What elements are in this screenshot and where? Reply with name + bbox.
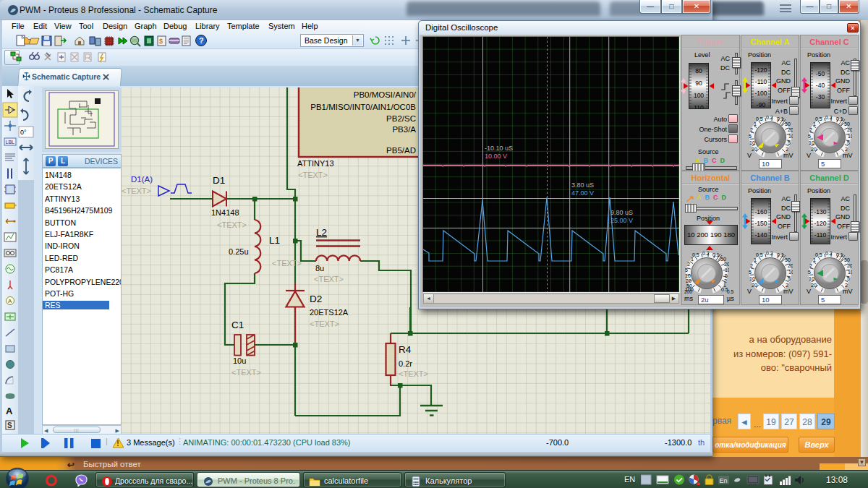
svg-text:2: 2 <box>786 283 788 288</box>
svg-text:20: 20 <box>811 283 817 288</box>
svg-text:10u: 10u <box>233 356 246 365</box>
svg-text:0.2: 0.2 <box>702 251 710 256</box>
svg-text:50: 50 <box>844 121 850 127</box>
svg-text:$: $ <box>159 38 163 45</box>
svg-text:<TEXT>: <TEXT> <box>122 187 151 195</box>
svg-text:5: 5 <box>808 134 811 139</box>
svg-text:D1(A): D1(A) <box>131 175 153 184</box>
svg-text:PB3/A: PB3/A <box>392 125 416 134</box>
svg-text:C1: C1 <box>231 320 244 330</box>
svg-text:PB2/SC: PB2/SC <box>386 114 416 123</box>
svg-text:<TEXT>: <TEXT> <box>217 221 247 229</box>
svg-text:20: 20 <box>847 127 852 132</box>
svg-text:10: 10 <box>809 276 814 281</box>
svg-text:50: 50 <box>785 257 791 262</box>
svg-text:<TEXT>: <TEXT> <box>298 171 328 179</box>
svg-text:1: 1 <box>754 121 757 127</box>
svg-text:0.5: 0.5 <box>815 252 822 257</box>
svg-text:A: A <box>8 298 12 304</box>
svg-text:PB1/MISO/INT0/AIN1/OC0B: PB1/MISO/INT0/AIN1/OC0B <box>310 103 416 111</box>
svg-text:10: 10 <box>788 270 793 275</box>
svg-text:10: 10 <box>749 276 755 281</box>
svg-text:10: 10 <box>809 140 814 145</box>
svg-text:PB0/MOSI/AIN0/: PB0/MOSI/AIN0/ <box>354 90 417 99</box>
svg-text:0°: 0° <box>20 129 27 136</box>
svg-text:LBL: LBL <box>6 140 15 145</box>
svg-text:20: 20 <box>686 278 692 283</box>
svg-text:2: 2 <box>809 263 812 268</box>
svg-text:20: 20 <box>788 127 793 132</box>
svg-text:ATTINY13: ATTINY13 <box>297 159 334 168</box>
svg-text:9.80 uS: 9.80 uS <box>610 209 633 216</box>
svg-text:1N4148: 1N4148 <box>211 208 239 217</box>
svg-text:0.2: 0.2 <box>766 115 773 120</box>
svg-text:-10.10 uS: -10.10 uS <box>485 145 513 152</box>
svg-text:0.1: 0.1 <box>836 116 843 121</box>
svg-text:10: 10 <box>848 134 852 139</box>
svg-text:En: En <box>720 477 728 484</box>
svg-text:0.2: 0.2 <box>825 115 833 120</box>
svg-text:20: 20 <box>811 147 817 152</box>
svg-text:10: 10 <box>725 267 729 273</box>
svg-text:<TEXT>: <TEXT> <box>310 320 339 328</box>
svg-text:0.2r: 0.2r <box>399 359 412 368</box>
svg-text:?: ? <box>199 36 204 45</box>
svg-text:2: 2 <box>845 283 848 288</box>
svg-text:D2: D2 <box>310 294 322 304</box>
svg-text:10: 10 <box>749 140 755 145</box>
svg-text:5: 5 <box>749 270 752 275</box>
svg-text:0.1: 0.1 <box>777 116 784 121</box>
svg-text:10: 10 <box>848 270 852 275</box>
svg-text:0.1: 0.1 <box>712 252 720 257</box>
svg-text:<TEXT>: <TEXT> <box>231 368 261 377</box>
svg-text:20: 20 <box>752 147 757 152</box>
svg-text:R4: R4 <box>399 344 412 355</box>
svg-text:2: 2 <box>786 147 788 152</box>
svg-text:0.5: 0.5 <box>756 252 763 257</box>
svg-text:50: 50 <box>844 257 850 262</box>
svg-text:10.00 V: 10.00 V <box>485 153 507 160</box>
svg-text:S: S <box>7 421 12 429</box>
svg-text:5: 5 <box>685 267 688 273</box>
svg-text:5: 5 <box>847 276 850 281</box>
svg-text:D1: D1 <box>213 175 225 186</box>
svg-text:2: 2 <box>687 262 690 267</box>
svg-text:!: ! <box>116 440 119 448</box>
svg-text:0.2: 0.2 <box>766 251 773 256</box>
svg-text:25.00 V: 25.00 V <box>610 217 633 224</box>
svg-text:0.5: 0.5 <box>815 116 822 121</box>
svg-text:5: 5 <box>788 276 791 281</box>
svg-text:10: 10 <box>788 134 793 139</box>
svg-text:5: 5 <box>847 140 850 145</box>
svg-text:47.00 V: 47.00 V <box>571 189 594 197</box>
svg-text:<TEXT>: <TEXT> <box>399 369 428 378</box>
svg-text:50: 50 <box>785 121 791 127</box>
svg-text:20: 20 <box>847 263 852 268</box>
svg-text:0.1: 0.1 <box>836 252 843 257</box>
svg-text:1: 1 <box>691 257 694 262</box>
svg-text:2: 2 <box>845 147 848 152</box>
svg-text:<TEXT>: <TEXT> <box>314 275 344 283</box>
svg-text:0.25u: 0.25u <box>229 247 249 256</box>
svg-text:5: 5 <box>749 134 752 139</box>
svg-text:5: 5 <box>725 273 728 278</box>
svg-text:2: 2 <box>809 127 812 132</box>
svg-text:1: 1 <box>754 257 757 262</box>
svg-text:5: 5 <box>788 140 791 145</box>
svg-text:20: 20 <box>788 263 793 268</box>
svg-text:A: A <box>6 406 13 416</box>
svg-text:10: 10 <box>685 273 691 278</box>
svg-text:8u: 8u <box>315 264 324 273</box>
svg-text:L1: L1 <box>269 235 280 246</box>
svg-text:5: 5 <box>808 270 811 275</box>
svg-text:1: 1 <box>813 121 816 127</box>
svg-text:2: 2 <box>750 127 753 132</box>
svg-text:0.5: 0.5 <box>756 116 763 121</box>
svg-text:0.1: 0.1 <box>777 252 784 257</box>
svg-text:<TEXT>: <TEXT> <box>272 259 302 267</box>
svg-text:0.2: 0.2 <box>825 251 833 256</box>
svg-text:20: 20 <box>724 262 729 267</box>
svg-text:PB5/AD: PB5/AD <box>386 146 416 155</box>
svg-text:50: 50 <box>720 257 726 262</box>
svg-text:20: 20 <box>752 283 757 288</box>
